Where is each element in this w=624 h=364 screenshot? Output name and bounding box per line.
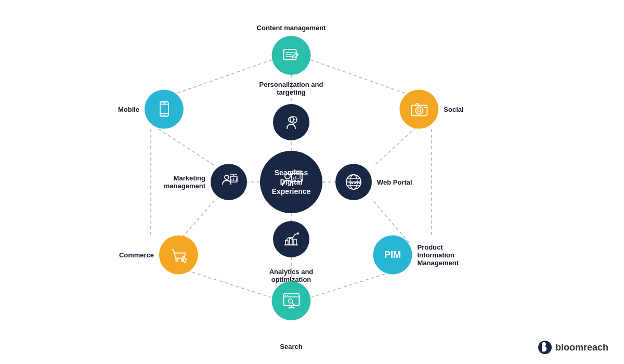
svg-point-39 [293, 119, 294, 120]
svg-point-30 [225, 175, 229, 179]
diagram-container: .dashed-line { stroke: #aab; stroke-widt… [0, 0, 624, 364]
pim-text: PIM [384, 250, 401, 261]
social-circle [399, 90, 438, 129]
svg-point-63 [176, 259, 178, 261]
content-circle [272, 36, 311, 75]
search-circle [272, 281, 311, 320]
svg-rect-44 [294, 239, 296, 245]
commerce-label: Commerce [119, 251, 154, 259]
svg-line-70 [292, 303, 294, 305]
node-mobile: Mobile [118, 90, 184, 129]
svg-rect-17 [292, 173, 302, 181]
social-label: Social [444, 106, 463, 113]
web-portal-circle: WWW [335, 164, 372, 200]
node-pim: PIM Product Information Management [373, 236, 480, 275]
search-label: Search [280, 343, 302, 350]
logo: bloomreach [538, 340, 608, 355]
svg-point-54 [415, 107, 423, 114]
marketing-circle [211, 164, 247, 200]
pim-circle: PIM [373, 236, 412, 275]
svg-text:WWW: WWW [350, 181, 360, 185]
mobile-circle [145, 90, 184, 129]
svg-point-68 [287, 295, 288, 296]
analytics-circle [273, 221, 309, 257]
node-commerce: Commerce [119, 236, 198, 275]
svg-point-41 [296, 119, 297, 120]
svg-line-8 [159, 129, 216, 166]
svg-point-40 [294, 119, 295, 120]
mobile-label: Mobile [118, 106, 139, 113]
node-personalization: Personalization and targeting [273, 104, 309, 140]
node-center: Seamless Digital Experience [260, 151, 322, 213]
personalization-label: Personalization and targeting [257, 81, 325, 96]
content-top-label: Content management [257, 24, 326, 32]
svg-rect-42 [285, 241, 288, 245]
personalization-circle [273, 104, 309, 140]
pim-label: Product Information Management [418, 243, 480, 267]
svg-point-57 [424, 107, 425, 108]
node-analytics: Analytics and optimization [273, 221, 309, 257]
svg-point-67 [285, 295, 286, 296]
svg-point-55 [418, 109, 421, 112]
center-circle [260, 151, 322, 213]
web-portal-label: Web Portal [377, 178, 412, 186]
node-search: Search [272, 281, 311, 332]
svg-line-5 [310, 60, 413, 96]
marketing-label: Marketing management [143, 174, 205, 190]
bloomreach-logo-icon [538, 340, 552, 355]
svg-point-45 [297, 232, 299, 235]
commerce-circle [159, 236, 198, 275]
svg-line-52 [292, 56, 293, 59]
svg-line-7 [373, 127, 416, 166]
svg-rect-56 [415, 103, 419, 105]
svg-point-61 [163, 115, 165, 116]
bloomreach-logo-text: bloomreach [555, 342, 608, 353]
node-marketing: Marketing management [211, 164, 247, 200]
node-content: Content management [257, 24, 326, 75]
svg-rect-58 [160, 101, 168, 116]
node-social: Social [399, 90, 463, 129]
svg-point-16 [285, 174, 290, 179]
node-web-portal: WWW Web Portal [335, 164, 372, 200]
